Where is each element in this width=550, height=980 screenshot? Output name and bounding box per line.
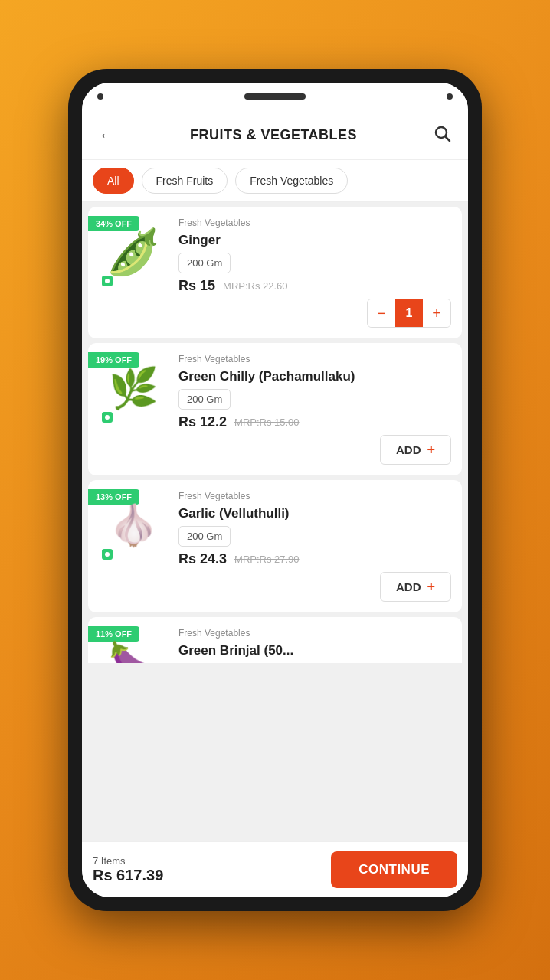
- qty-control-ginger: − 1 +: [367, 299, 451, 328]
- product-category-chilly: Fresh Vegetables: [178, 354, 451, 364]
- price-original-chilly: MRP:Rs 15.00: [234, 416, 300, 428]
- add-button-chilly[interactable]: ADD +: [380, 435, 451, 465]
- price-original-ginger: MRP:Rs 22.60: [223, 280, 288, 292]
- qty-increase-ginger[interactable]: +: [423, 299, 450, 327]
- add-plus-chilly: +: [427, 442, 435, 458]
- product-image-ginger: 🫛: [99, 217, 168, 286]
- page-title: FRUITS & VEGETABLES: [190, 127, 357, 143]
- price-row-ginger: Rs 15 MRP:Rs 22.60: [178, 278, 451, 294]
- camera-right: [447, 93, 453, 100]
- search-icon: [433, 124, 451, 142]
- phone-frame: ← FRUITS & VEGETABLES All Fresh Fruits F…: [68, 69, 482, 911]
- filter-fresh-fruits[interactable]: Fresh Fruits: [142, 168, 228, 194]
- product-card-ginger: 34% OFF 🫛 Fresh Vegetables Ginger 200 Gm…: [88, 207, 462, 338]
- product-card-brinjal-partial: 11% OFF 🍆 Fresh Vegetables Green Brinjal…: [88, 617, 462, 663]
- filter-all[interactable]: All: [93, 168, 134, 194]
- product-info-brinjal-partial: Fresh Vegetables Green Brinjal (50...: [178, 628, 451, 658]
- product-name-garlic: Garlic (Velluthulli): [178, 506, 451, 521]
- bottom-bar: 7 Items Rs 617.39 CONTINUE: [82, 841, 468, 897]
- product-info-green-chilly: Fresh Vegetables Green Chilly (Pachamull…: [178, 354, 451, 465]
- product-image-garlic: 🧄: [99, 491, 168, 560]
- product-weight-garlic: 200 Gm: [178, 526, 231, 547]
- product-category-brinjal: Fresh Vegetables: [178, 628, 451, 639]
- back-button[interactable]: ←: [96, 123, 117, 147]
- price-current-chilly: Rs 12.2: [178, 414, 227, 430]
- price-current-garlic: Rs 24.3: [178, 551, 227, 567]
- back-arrow-icon: ←: [99, 126, 114, 143]
- garlic-icon: 🧄: [109, 505, 159, 545]
- continue-button[interactable]: CONTINUE: [331, 851, 457, 888]
- header: ← FRUITS & VEGETABLES: [82, 110, 468, 160]
- product-image-brinjal: 🍆: [99, 628, 168, 663]
- product-category-ginger: Fresh Vegetables: [178, 217, 451, 228]
- svg-line-1: [446, 137, 450, 142]
- product-weight-chilly: 200 Gm: [178, 389, 231, 410]
- price-row-garlic: Rs 24.3 MRP:Rs 27.90: [178, 551, 451, 567]
- camera-left: [97, 93, 103, 100]
- filter-bar: All Fresh Fruits Fresh Vegetables: [82, 160, 468, 202]
- filter-fresh-vegetables[interactable]: Fresh Vegetables: [235, 168, 348, 194]
- add-button-garlic[interactable]: ADD +: [380, 572, 451, 602]
- phone-screen: ← FRUITS & VEGETABLES All Fresh Fruits F…: [82, 83, 468, 897]
- product-name-brinjal: Green Brinjal (50...: [178, 643, 451, 658]
- price-row-chilly: Rs 12.2 MRP:Rs 15.00: [178, 414, 451, 430]
- stock-indicator-ginger: [102, 276, 113, 286]
- stock-indicator-chilly: [102, 412, 113, 423]
- add-plus-garlic: +: [427, 579, 435, 595]
- status-bar: [82, 83, 468, 110]
- product-name-chilly: Green Chilly (Pachamullaku): [178, 369, 451, 384]
- product-card-green-chilly: 19% OFF 🌿 Fresh Vegetables Green Chilly …: [88, 343, 462, 475]
- product-image-green-chilly: 🌿: [99, 354, 168, 423]
- product-card-garlic: 13% OFF 🧄 Fresh Vegetables Garlic (Vellu…: [88, 480, 462, 612]
- speaker: [244, 93, 306, 100]
- cart-info: 7 Items Rs 617.39: [93, 855, 163, 884]
- product-list: 34% OFF 🫛 Fresh Vegetables Ginger 200 Gm…: [82, 202, 468, 841]
- cart-total: Rs 617.39: [93, 867, 163, 884]
- qty-value-ginger: 1: [395, 299, 423, 327]
- add-label-chilly: ADD: [396, 443, 421, 456]
- product-name-ginger: Ginger: [178, 233, 451, 248]
- brinjal-icon: 🍆: [109, 642, 159, 663]
- cart-items-count: 7 Items: [93, 855, 163, 867]
- product-info-ginger: Fresh Vegetables Ginger 200 Gm Rs 15 MRP…: [178, 217, 451, 328]
- qty-decrease-ginger[interactable]: −: [368, 299, 395, 327]
- product-weight-ginger: 200 Gm: [178, 253, 231, 273]
- add-label-garlic: ADD: [396, 580, 421, 593]
- stock-indicator-garlic: [102, 549, 113, 560]
- search-button[interactable]: [430, 121, 454, 149]
- product-info-garlic: Fresh Vegetables Garlic (Velluthulli) 20…: [178, 491, 451, 602]
- price-original-garlic: MRP:Rs 27.90: [234, 554, 300, 565]
- price-current-ginger: Rs 15: [178, 278, 215, 294]
- ginger-icon: 🫛: [106, 230, 161, 274]
- product-category-garlic: Fresh Vegetables: [178, 491, 451, 501]
- chilly-icon: 🌿: [109, 368, 159, 408]
